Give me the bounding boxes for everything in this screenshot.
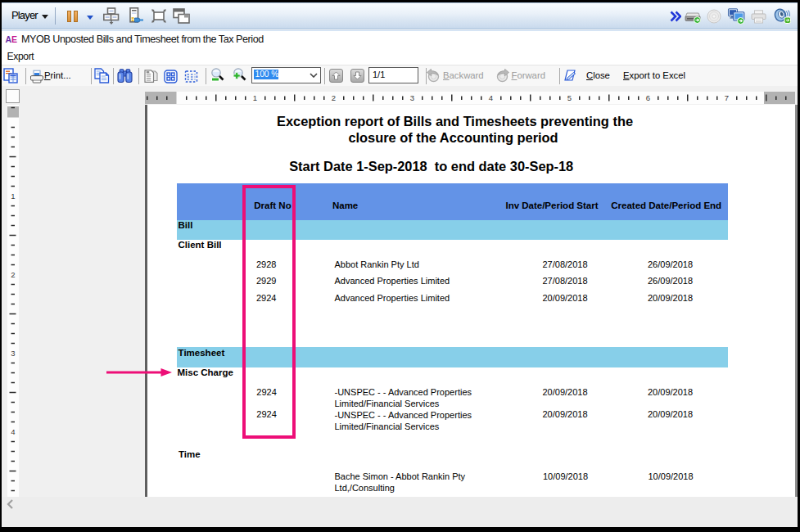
svg-text:3: 3: [410, 93, 414, 102]
svg-text:2: 2: [332, 93, 336, 102]
svg-text:4: 4: [489, 93, 493, 102]
svg-text:1: 1: [11, 192, 15, 201]
svg-text:1: 1: [253, 93, 257, 102]
svg-text:6: 6: [646, 93, 650, 102]
svg-text:3: 3: [11, 349, 15, 358]
svg-text:7: 7: [725, 93, 729, 102]
svg-text:4: 4: [11, 427, 15, 436]
svg-text:5: 5: [567, 93, 572, 102]
svg-text:2: 2: [11, 270, 15, 279]
